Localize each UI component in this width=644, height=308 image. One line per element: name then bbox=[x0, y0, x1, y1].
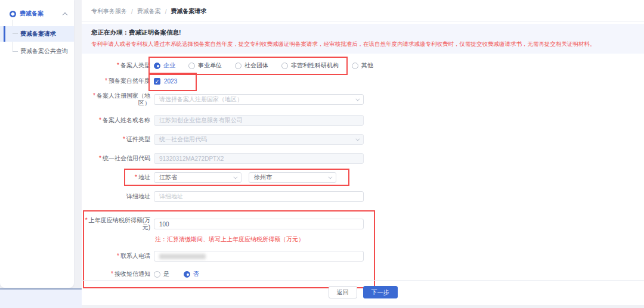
notice-title: 您正在办理：费减证明备案信息! bbox=[91, 29, 634, 37]
certificate-type-select: 统一社会信用代码 bbox=[154, 134, 364, 145]
year-2023-checkbox-label[interactable]: 2023 bbox=[164, 78, 177, 85]
chevron-down-icon bbox=[328, 175, 332, 179]
address-label: *地址 bbox=[83, 174, 150, 181]
city-select[interactable]: 徐州市 bbox=[249, 172, 336, 183]
radio-dot-icon bbox=[184, 271, 190, 278]
main-panel: 专利事务服务 / 费减备案 / 费减备案请求 您正在办理：费减证明备案信息! 专… bbox=[82, 0, 644, 305]
chevron-up-icon bbox=[63, 12, 67, 17]
field-row-applicant-type: *备案人类型 企业 事业单位 社会团体 非营利性科研机构 其他 bbox=[83, 61, 644, 70]
applicant-name-label: *备案人姓名或名称 bbox=[83, 117, 150, 124]
prefiling-year-label: *预备案自然年度 bbox=[83, 77, 150, 85]
field-row-sms-notice: *接收短信通知 是 否 bbox=[84, 270, 374, 278]
form-footer: 返回 下一步 bbox=[82, 280, 644, 298]
radio-social-organization[interactable]: 社会团体 bbox=[235, 61, 268, 70]
radio-dot-icon bbox=[188, 63, 195, 69]
chevron-down-icon bbox=[355, 97, 360, 101]
radio-sms-no[interactable]: 否 bbox=[184, 270, 199, 278]
next-step-button[interactable]: 下一步 bbox=[363, 286, 398, 298]
address-detail-input[interactable]: 详细地址 bbox=[154, 191, 364, 202]
register-country-select[interactable]: 请选择备案人注册国家（地区） bbox=[154, 94, 364, 105]
sms-notice-radio-group: 是 否 bbox=[154, 270, 199, 278]
radio-dot-icon bbox=[154, 63, 160, 69]
notice-banner: 您正在办理：费减证明备案信息! 专利申请人或者专利权人通过本系统选择预备案自然年… bbox=[82, 24, 644, 54]
tree-connector bbox=[13, 51, 18, 52]
field-row-applicant-name: *备案人姓名或名称 江苏知创企业信息服务有限公司 bbox=[83, 115, 644, 126]
back-button[interactable]: 返回 bbox=[329, 286, 357, 298]
applicant-name-input: 江苏知创企业信息服务有限公司 bbox=[154, 115, 364, 126]
field-row-prefiling-year: *预备案自然年度 2023 bbox=[83, 77, 644, 85]
radio-sms-yes[interactable]: 是 bbox=[154, 270, 169, 278]
breadcrumb: 专利事务服务 / 费减备案 / 费减备案请求 bbox=[82, 0, 644, 21]
sidebar-item-fee-filing-public-search[interactable]: 费减备案公共查询 bbox=[0, 45, 74, 58]
breadcrumb-item-fee-filing[interactable]: 费减备案 bbox=[137, 7, 161, 15]
credit-code-label: *统一社会信用代码 bbox=[83, 155, 150, 162]
radio-enterprise[interactable]: 企业 bbox=[154, 61, 175, 70]
year-2023-checkbox[interactable] bbox=[154, 78, 160, 85]
field-row-address: *地址 江苏省 徐州市 bbox=[83, 172, 644, 183]
chevron-down-icon bbox=[355, 136, 360, 141]
radio-dot-icon bbox=[281, 63, 288, 69]
fee-reduction-badge-icon bbox=[10, 11, 16, 17]
radio-nonprofit-research[interactable]: 非营利性科研机构 bbox=[281, 61, 339, 70]
breadcrumb-item-patent-services[interactable]: 专利事务服务 bbox=[91, 7, 127, 15]
sms-notice-label: *接收短信通知 bbox=[84, 270, 150, 278]
fee-filing-form: *备案人类型 企业 事业单位 社会团体 非营利性科研机构 其他 *预备案自然年度… bbox=[82, 54, 644, 288]
applicant-type-radio-group: 企业 事业单位 社会团体 非营利性科研机构 其他 bbox=[154, 61, 373, 70]
taxable-income-input[interactable]: 100 bbox=[154, 219, 364, 229]
credit-code-input: 91320312MA272DPTX2 bbox=[154, 153, 364, 164]
sidebar-item-fee-filing-request[interactable]: 费减备案请求 bbox=[0, 26, 74, 42]
radio-other[interactable]: 其他 bbox=[352, 61, 373, 70]
tree-connector bbox=[13, 33, 18, 34]
sidebar-group-fee-reduction[interactable]: 费减备案 bbox=[0, 8, 74, 20]
radio-public-institution[interactable]: 事业单位 bbox=[188, 61, 222, 70]
certificate-type-label: *证件类型 bbox=[83, 136, 150, 143]
taxable-income-note: 注：汇算清缴期间、填写上上年度应纳税所得额（万元） bbox=[155, 235, 374, 244]
field-row-certificate-type: *证件类型 统一社会信用代码 bbox=[83, 134, 644, 145]
breadcrumb-item-current: 费减备案请求 bbox=[171, 7, 207, 15]
notice-description: 专利申请人或者专利权人通过本系统选择预备案自然年度，提交专利收费减缴证明备案请求… bbox=[91, 41, 634, 48]
field-row-credit-code: *统一社会信用代码 91320312MA272DPTX2 bbox=[83, 153, 644, 164]
chevron-down-icon bbox=[233, 175, 237, 179]
field-row-register-country: *备案人注册国家（地区） 请选择备案人注册国家（地区） bbox=[83, 92, 644, 107]
highlight-box-income-contact-section: *上年度应纳税所得额(万元) 100 注：汇算清缴期间、填写上上年度应纳税所得额… bbox=[83, 210, 375, 288]
sidebar-group-label: 费减备案 bbox=[20, 10, 44, 18]
sidebar: 费减备案 费减备案请求 费减备案公共查询 bbox=[0, 0, 74, 288]
province-select[interactable]: 江苏省 bbox=[154, 172, 242, 183]
sidebar-base-strip bbox=[0, 288, 82, 308]
radio-dot-icon bbox=[352, 63, 358, 69]
contact-phone-input[interactable] bbox=[154, 251, 364, 262]
contact-phone-label: *联系人电话 bbox=[84, 253, 150, 260]
field-row-address-detail: 详细地址 详细地址 bbox=[83, 191, 644, 202]
prefiling-year-control: 2023 bbox=[154, 78, 177, 85]
taxable-income-label: *上年度应纳税所得额(万元) bbox=[84, 217, 150, 231]
address-detail-label: 详细地址 bbox=[83, 193, 150, 200]
applicant-type-label: *备案人类型 bbox=[83, 62, 150, 69]
field-row-contact-phone: *联系人电话 bbox=[84, 251, 374, 262]
field-row-taxable-income: *上年度应纳税所得额(万元) 100 bbox=[84, 217, 374, 231]
masked-phone-value bbox=[159, 254, 206, 259]
radio-dot-icon bbox=[235, 63, 242, 69]
register-country-label: *备案人注册国家（地区） bbox=[83, 92, 150, 107]
radio-dot-icon bbox=[154, 271, 160, 278]
